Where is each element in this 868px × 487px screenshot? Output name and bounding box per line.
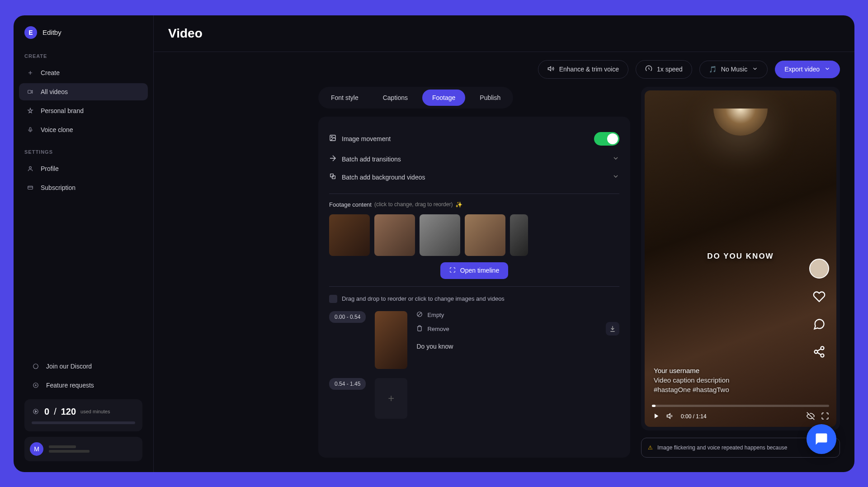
footage-thumbnail[interactable] xyxy=(510,214,528,256)
chevron-down-icon[interactable] xyxy=(612,155,619,164)
footage-hint: (click to change, drag to reorder) xyxy=(374,201,453,208)
clip-caption: Do you know xyxy=(416,343,597,350)
sidebar-item-feature-requests[interactable]: Feature requests xyxy=(24,377,142,394)
enhance-voice-button[interactable]: Enhance & trim voice xyxy=(538,60,628,79)
sidebar-item-subscription[interactable]: Subscription xyxy=(19,179,148,196)
volume-button[interactable] xyxy=(666,412,675,421)
clip-remove-button[interactable]: Remove xyxy=(416,325,597,333)
footage-thumbnail[interactable] xyxy=(465,214,505,256)
warning-icon: ⚠ xyxy=(648,444,653,451)
comment-icon[interactable] xyxy=(813,318,826,334)
sidebar-item-voice-clone[interactable]: Voice clone xyxy=(19,121,148,138)
play-icon xyxy=(32,407,40,416)
user-icon xyxy=(26,165,34,173)
setting-label: Image movement xyxy=(342,135,391,142)
sidebar-item-label: Personal brand xyxy=(41,107,84,114)
empty-icon xyxy=(416,311,423,319)
tab-footage[interactable]: Footage xyxy=(422,90,465,106)
setting-label: Batch add transitions xyxy=(342,156,401,163)
preview-username: Your username xyxy=(654,367,729,374)
svg-point-13 xyxy=(821,354,824,357)
sidebar-item-label: Voice clone xyxy=(41,126,73,133)
action-label: Empty xyxy=(427,312,444,318)
footage-thumbnail[interactable] xyxy=(374,214,415,256)
usage-total: 120 xyxy=(61,407,76,417)
clip-add-button[interactable]: + xyxy=(375,378,407,419)
page-title: Video xyxy=(168,26,203,41)
brand-icon xyxy=(26,107,34,115)
clip-row: 0.54 - 1.45 + xyxy=(329,378,619,419)
sidebar-item-discord[interactable]: Join our Discord xyxy=(24,358,142,375)
usage-card: 0 / 120 used minutes xyxy=(24,399,142,431)
button-label: Open timeline xyxy=(460,267,499,274)
sidebar-item-create[interactable]: Create xyxy=(19,64,148,81)
svg-rect-3 xyxy=(28,186,33,189)
voice-icon xyxy=(26,126,34,134)
clip-thumbnail[interactable] xyxy=(375,311,407,369)
chevron-down-icon xyxy=(752,66,758,73)
visibility-icon[interactable] xyxy=(807,412,815,421)
music-button[interactable]: 🎵 No Music xyxy=(699,61,768,78)
app-logo-badge: E xyxy=(24,26,37,39)
drag-badge-icon xyxy=(329,295,337,303)
image-movement-toggle[interactable] xyxy=(594,132,619,146)
sidebar-item-personal-brand[interactable]: Personal brand xyxy=(19,102,148,119)
sidebar-item-all-videos[interactable]: All videos xyxy=(19,83,148,100)
user-menu[interactable]: M xyxy=(24,437,142,461)
setting-label: Batch add background videos xyxy=(342,174,425,181)
card-icon xyxy=(26,184,34,192)
speaker-icon xyxy=(547,65,555,74)
svg-point-7 xyxy=(331,137,333,138)
button-label: Enhance & trim voice xyxy=(559,66,619,73)
sidebar-item-label: Feature requests xyxy=(46,382,94,389)
share-icon[interactable] xyxy=(813,345,826,361)
app-logo-text: Editby xyxy=(42,28,61,36)
play-button[interactable] xyxy=(652,412,660,421)
fullscreen-button[interactable] xyxy=(821,412,829,421)
video-preview: DO YOU KNOW Your username Video caption … xyxy=(641,87,840,430)
tab-font-style[interactable]: Font style xyxy=(321,90,368,106)
warning-text: Image flickering and voice repeated happ… xyxy=(657,444,788,451)
footage-thumbnail[interactable] xyxy=(329,214,370,256)
clip-row: 0.00 - 0.54 Empty Remove Do you kn xyxy=(329,311,619,369)
sidebar-item-profile[interactable]: Profile xyxy=(19,160,148,177)
video-icon xyxy=(26,88,34,96)
music-icon: 🎵 xyxy=(709,66,717,73)
chat-icon xyxy=(32,362,40,370)
chat-fab[interactable] xyxy=(807,424,836,454)
chevron-down-icon xyxy=(824,66,830,73)
svg-point-11 xyxy=(821,346,824,350)
button-label: No Music xyxy=(721,66,747,73)
settings-section-label: SETTINGS xyxy=(14,149,153,160)
speed-button[interactable]: 1x speed xyxy=(636,60,692,79)
sidebar-item-label: Profile xyxy=(41,165,59,172)
preview-hashtags: #hastagOne #hastagTwo xyxy=(654,386,729,393)
clip-time: 0.54 - 1.45 xyxy=(329,378,366,390)
open-timeline-button[interactable]: Open timeline xyxy=(440,262,508,279)
image-icon xyxy=(329,134,336,143)
create-section-label: CREATE xyxy=(14,53,153,64)
tab-publish[interactable]: Publish xyxy=(470,90,510,106)
layers-icon xyxy=(329,173,336,181)
svg-rect-0 xyxy=(28,90,31,93)
preview-description: Video caption description xyxy=(654,376,729,384)
svg-point-2 xyxy=(29,166,32,169)
plus-icon xyxy=(26,69,34,77)
chevron-down-icon[interactable] xyxy=(612,173,619,182)
sidebar-item-label: Create xyxy=(41,69,60,76)
tab-captions[interactable]: Captions xyxy=(373,90,418,106)
clip-empty-button[interactable]: Empty xyxy=(416,311,597,319)
button-label: Export video xyxy=(784,66,820,73)
video-time: 0:00 / 1:14 xyxy=(681,413,707,420)
export-button[interactable]: Export video xyxy=(775,61,840,78)
user-avatar: M xyxy=(30,442,43,456)
clip-download-button[interactable] xyxy=(606,322,619,336)
svg-rect-1 xyxy=(29,127,31,130)
heart-icon[interactable] xyxy=(813,290,826,306)
preview-avatar[interactable] xyxy=(809,259,829,279)
footage-thumbnail[interactable] xyxy=(420,214,460,256)
editor-tabs: Font style Captions Footage Publish xyxy=(318,87,513,109)
usage-unit: used minutes xyxy=(80,409,110,414)
usage-used: 0 xyxy=(44,407,49,417)
action-label: Remove xyxy=(427,326,449,332)
